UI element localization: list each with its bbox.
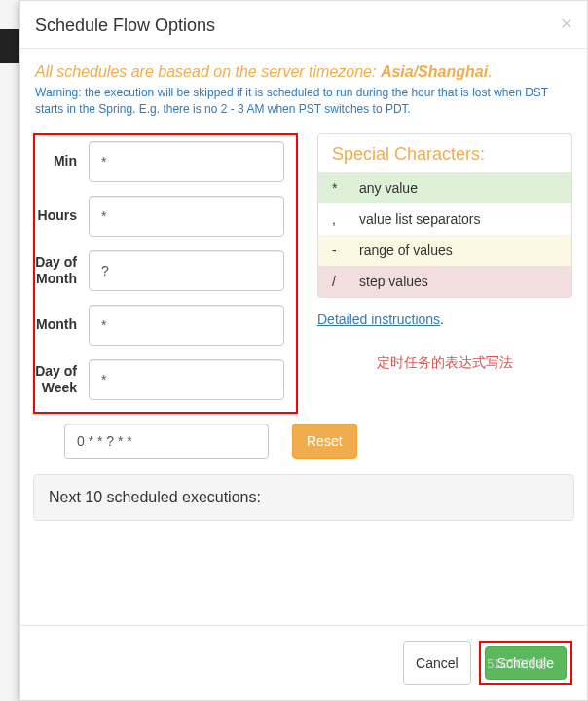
link-suffix: .	[440, 312, 444, 327]
special-char: ,	[332, 211, 359, 227]
modal-body: All schedules are basead on the server t…	[20, 49, 587, 521]
special-row-any: * any value	[318, 172, 571, 203]
timezone-notice-suffix: .	[488, 63, 492, 80]
cron-input-month[interactable]	[89, 305, 284, 346]
special-char: /	[332, 274, 359, 289]
cron-label-day-of-week: Day of Week	[35, 363, 89, 396]
special-char: *	[332, 180, 359, 196]
cron-expression-input[interactable]	[64, 424, 269, 459]
timezone-notice: All schedules are basead on the server t…	[35, 63, 572, 81]
cron-input-min[interactable]	[89, 141, 284, 182]
cron-field-month: Month	[35, 305, 284, 346]
schedule-flow-modal: Schedule Flow Options × All schedules ar…	[19, 0, 588, 701]
special-desc: range of values	[359, 242, 453, 258]
cron-field-day-of-week: Day of Week	[35, 359, 284, 400]
cron-label-hours: Hours	[35, 207, 89, 224]
timezone-name: Asia/Shanghai	[381, 63, 488, 80]
detailed-instructions-link[interactable]: Detailed instructions	[317, 312, 440, 327]
special-row-list: , value list separators	[318, 203, 571, 235]
cron-label-min: Min	[35, 153, 89, 169]
modal-title: Schedule Flow Options	[35, 16, 572, 36]
cron-input-hours[interactable]	[89, 196, 284, 237]
special-desc: any value	[359, 180, 418, 196]
special-desc: value list separators	[359, 211, 481, 227]
cron-input-day-of-month[interactable]	[89, 250, 284, 291]
special-row-range: - range of values	[318, 235, 571, 266]
special-characters-title: Special Characters:	[318, 134, 571, 172]
annotation-highlight-box: Min Hours Day of Month Month	[33, 133, 298, 414]
cron-label-month: Month	[35, 316, 89, 333]
red-annotation-text: 定时任务的表达式写法	[317, 354, 572, 372]
schedule-button[interactable]: Schedule	[485, 646, 567, 680]
cron-fields-column: Min Hours Day of Month Month	[35, 133, 298, 414]
cancel-button[interactable]: Cancel	[403, 641, 471, 685]
cron-field-min: Min	[35, 141, 284, 182]
modal-footer: Cancel Schedule	[20, 625, 587, 700]
cron-summary-row: Reset	[35, 424, 572, 459]
special-characters-panel: Special Characters: * any value , value …	[317, 133, 572, 298]
special-desc: step values	[359, 274, 428, 289]
dst-warning: Warning: the execution will be skipped i…	[35, 85, 572, 118]
special-row-step: / step values	[318, 266, 571, 297]
cron-field-day-of-month: Day of Month	[35, 250, 284, 291]
reset-button[interactable]: Reset	[292, 424, 357, 459]
special-char: -	[332, 242, 359, 258]
timezone-notice-prefix: All schedules are basead on the server t…	[35, 63, 381, 80]
cron-input-day-of-week[interactable]	[89, 359, 284, 400]
next-executions-panel: Next 10 scheduled executions:	[33, 474, 574, 521]
cron-label-day-of-month: Day of Month	[35, 254, 89, 287]
close-icon[interactable]: ×	[561, 13, 572, 33]
cron-field-hours: Hours	[35, 196, 284, 237]
special-characters-column: Special Characters: * any value , value …	[317, 133, 572, 414]
annotation-highlight-schedule: Schedule	[479, 641, 572, 685]
modal-header: Schedule Flow Options ×	[20, 1, 587, 49]
